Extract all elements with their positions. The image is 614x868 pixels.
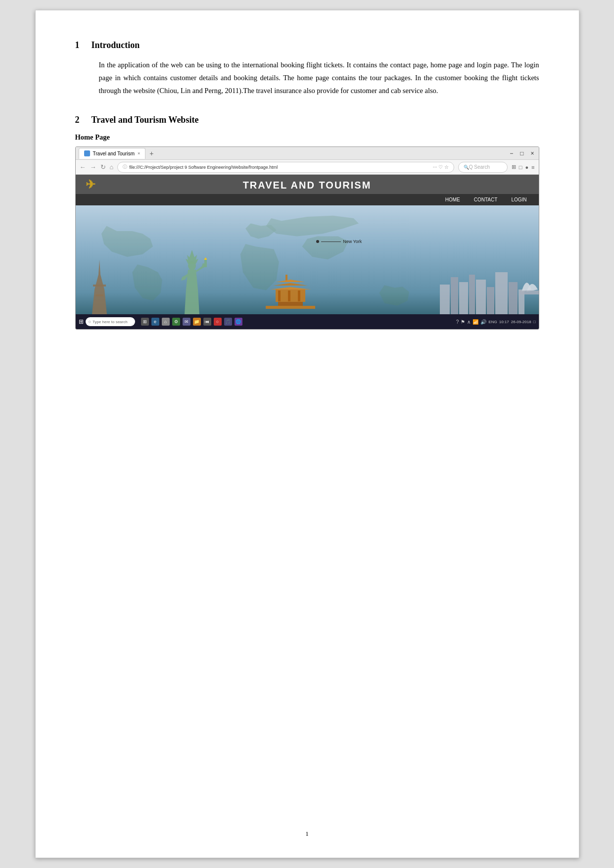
tray-icon4: 📶 (472, 319, 478, 325)
svg-marker-10 (270, 287, 311, 289)
taskbar-right: ? ⚑ ∧ 📶 🔊 ENG 10:17 26-09-2018 □ (456, 319, 536, 325)
tray-icon3: ∧ (467, 319, 471, 325)
subsection-label: Home Page (75, 133, 539, 142)
website-content: ✈ TRAVEL AND TOURISM HOME CONTACT LOGIN (76, 175, 539, 329)
address-text: file:///C:/Project/Sep/project 9 Softwar… (129, 165, 278, 170)
taskbar-app9-icon[interactable]: 🎵 (224, 318, 232, 326)
nav-home[interactable]: HOME (443, 196, 462, 203)
section1-number: 1 (75, 40, 80, 50)
forward-button[interactable]: → (90, 163, 96, 171)
tray-icon1: ? (456, 319, 459, 325)
svg-rect-16 (298, 290, 300, 301)
tab-close-button[interactable]: × (138, 151, 140, 156)
svg-rect-15 (288, 290, 290, 301)
browser-tab[interactable]: Travel and Tourism × (79, 148, 146, 159)
menu-icon[interactable]: ≡ (531, 164, 534, 170)
svg-rect-18 (451, 277, 458, 314)
search-placeholder: Q Search (469, 164, 490, 170)
taskbar-search-bar[interactable]: ○ Type here to search (86, 317, 135, 326)
svg-rect-1 (93, 285, 106, 287)
lock-icon: ⓘ (123, 164, 127, 170)
site-title: TRAVEL AND TOURISM (243, 180, 372, 191)
taskbar-app6-icon[interactable]: 📁 (193, 318, 201, 326)
home-button[interactable]: ⌂ (110, 163, 114, 171)
taskbar-start-icon[interactable]: ⊞ (79, 318, 84, 325)
new-tab-button[interactable]: + (147, 149, 155, 157)
ny-line (321, 241, 341, 242)
extensions-icon[interactable]: ⊞ (512, 164, 516, 170)
eiffel-tower-icon (90, 260, 109, 314)
back-button[interactable]: ← (80, 163, 86, 171)
document-page: 1 Introduction In the application of the… (35, 10, 579, 858)
svg-marker-8 (276, 280, 305, 282)
nav-login[interactable]: LOGIN (509, 196, 528, 203)
browser-addressbar: ← → ↻ ⌂ ⓘ file:///C:/Project/Sep/project… (76, 160, 539, 175)
section2-number: 2 (75, 115, 80, 125)
browser-icon[interactable]: □ (519, 164, 522, 170)
nav-contact[interactable]: CONTACT (472, 196, 500, 203)
clock-date: 26-09-2018 (511, 320, 531, 324)
browser-toolbar-right: ⊞ □ ● ≡ (512, 164, 535, 170)
site-header: ✈ TRAVEL AND TOURISM (76, 175, 539, 194)
taskbar: ⊞ ○ Type here to search ⊞ e ⌂ ⚙ ✉ 📁 ⏮ ○ … (76, 314, 539, 329)
svg-rect-21 (476, 280, 486, 314)
svg-rect-24 (509, 282, 518, 314)
section2-heading: 2 Travel and Tourism Website (75, 115, 539, 125)
site-navigation: HOME CONTACT LOGIN (76, 194, 539, 205)
taskbar-app2-icon[interactable]: e (151, 318, 159, 326)
temple-icon (261, 275, 320, 314)
notification-icon: □ (533, 320, 536, 324)
taskbar-app8-icon[interactable]: ○ (214, 318, 222, 326)
tab-label: Travel and Tourism (93, 151, 135, 156)
tray-icon2: ⚑ (461, 319, 465, 325)
svg-rect-22 (487, 287, 494, 314)
tray-icon5: 🔊 (480, 319, 486, 325)
search-icon: 🔍 (464, 165, 469, 170)
svg-rect-19 (459, 282, 468, 314)
section1-title: Introduction (92, 40, 140, 50)
lang-indicator: ENG (488, 320, 497, 324)
reload-button[interactable]: ↻ (100, 163, 106, 171)
section1-heading: 1 Introduction (75, 40, 539, 50)
taskbar-search-placeholder: Type here to search (93, 320, 128, 324)
section2-title: Travel and Tourism Website (92, 115, 199, 125)
address-icons: ··· ♡ ☆ (433, 164, 449, 170)
taskbar-app5-icon[interactable]: ✉ (183, 318, 190, 326)
svg-rect-26 (520, 290, 539, 294)
taskbar-app10-icon[interactable]: 🌐 (235, 318, 242, 326)
svg-rect-17 (440, 285, 450, 314)
minimize-button[interactable]: − (508, 150, 515, 157)
page-number: 1 (36, 830, 579, 838)
profile-icon[interactable]: ● (525, 164, 528, 170)
search-bar[interactable]: 🔍 Q Search (458, 162, 508, 173)
city-skyline-icon (440, 265, 539, 314)
ny-label: New York (343, 239, 362, 244)
taskbar-app7-icon[interactable]: ⏮ (203, 318, 211, 326)
svg-rect-12 (278, 302, 303, 306)
svg-marker-6 (204, 257, 207, 260)
taskbar-icons-group: ⊞ e ⌂ ⚙ ✉ 📁 ⏮ ○ 🎵 🌐 (141, 318, 242, 326)
svg-marker-9 (273, 283, 308, 286)
tab-favicon-icon (84, 150, 90, 156)
svg-rect-13 (266, 306, 315, 309)
browser-titlebar: Travel and Tourism × + − □ × (76, 147, 539, 160)
ny-dot-icon (316, 240, 319, 243)
svg-marker-0 (92, 260, 107, 314)
site-logo-icon: ✈ (86, 178, 96, 192)
taskbar-app1-icon[interactable]: ⊞ (141, 318, 149, 326)
address-bar[interactable]: ⓘ file:///C:/Project/Sep/project 9 Softw… (117, 162, 454, 173)
svg-rect-5 (204, 260, 207, 267)
maximize-button[interactable]: □ (519, 150, 525, 157)
close-button[interactable]: × (529, 150, 535, 157)
taskbar-app4-icon[interactable]: ⚙ (172, 318, 180, 326)
site-hero: New York (76, 205, 539, 314)
svg-point-4 (188, 261, 196, 270)
browser-screenshot: Travel and Tourism × + − □ × ← → ↻ ⌂ ⓘ f… (75, 146, 539, 330)
svg-rect-20 (469, 275, 475, 314)
taskbar-app3-icon[interactable]: ⌂ (162, 318, 170, 326)
svg-rect-2 (95, 294, 103, 296)
section1-body: In the application of the web can be usi… (99, 58, 539, 97)
ny-marker: New York (316, 239, 362, 244)
svg-rect-14 (278, 290, 281, 301)
window-controls: − □ × (508, 150, 535, 157)
